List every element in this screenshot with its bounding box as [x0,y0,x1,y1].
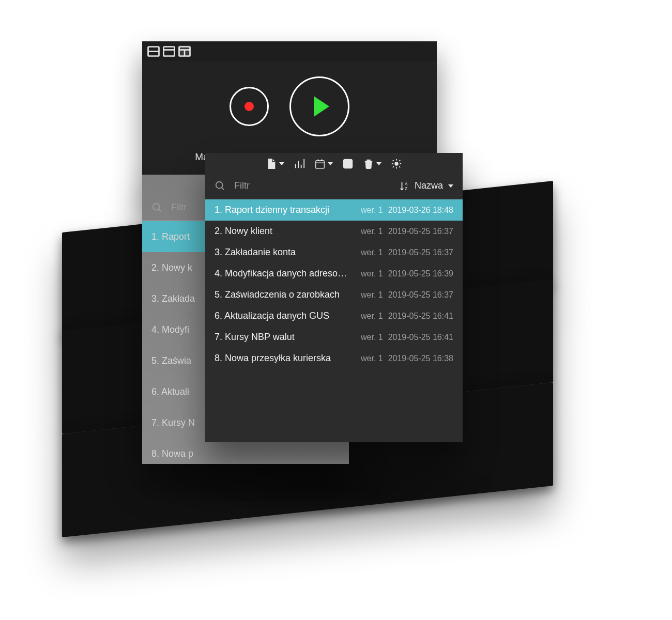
macro-row-date: 2019-03-26 18:48 [388,206,453,215]
macro-row-date: 2019-05-25 16:37 [388,248,453,257]
view-mode-grid[interactable] [178,45,191,57]
macro-list: 1. Raport dzienny transakcjiwer. 12019-0… [205,199,463,369]
macro-row-version: wer. 1 [361,312,383,321]
macro-row[interactable]: 8. Nowa przesyłka kurierskawer. 12019-05… [205,348,463,369]
calendar-icon [314,158,326,169]
svg-line-20 [222,187,224,190]
chart-button[interactable] [294,158,305,169]
svg-text:Z: Z [405,187,407,191]
macro-row-date: 2019-05-25 16:41 [388,312,453,321]
svg-point-19 [216,181,223,188]
macro-row-version: wer. 1 [361,290,383,300]
chevron-down-icon [376,162,381,165]
file-icon [266,158,277,169]
chevron-down-icon [448,184,453,188]
macro-row-name: 6. Aktualizacja danych GUS [215,311,356,321]
macro-row-version: wer. 1 [361,206,383,215]
macro-row[interactable]: 6. Aktualizacja danych GUSwer. 12019-05-… [205,305,463,327]
sort-alpha-icon: A Z [399,180,410,192]
svg-line-8 [159,209,161,211]
macro-row-name: 1. Raport dzienny transakcji [215,205,356,215]
macro-row[interactable]: 2. Nowy klientwer. 12019-05-25 16:37 [205,221,463,242]
macro-toolbar [205,153,463,175]
macro-row-version: wer. 1 [361,269,383,278]
view-mode-split[interactable] [163,45,175,57]
macro-row-name: 4. Modyfikacja danych adreso… [215,268,356,279]
trash-icon [363,158,374,169]
macro-list-panel: A Z Nazwa 1. Raport dzienny transakcjiwe… [205,153,463,442]
macro-row-version: wer. 1 [361,227,383,236]
chevron-down-icon [279,162,284,165]
macro-row-name: 8. Nowa p [151,448,340,459]
edit-button[interactable] [342,158,354,169]
record-button[interactable] [230,87,269,126]
macro-row-version: wer. 1 [361,333,383,342]
macro-row[interactable]: 1. Raport dzienny transakcjiwer. 12019-0… [205,199,463,221]
macro-row-name: 3. Zakładanie konta [215,247,356,258]
search-icon [215,180,226,192]
settings-button[interactable] [391,158,402,169]
macro-row-date: 2019-05-25 16:39 [388,269,453,278]
svg-rect-2 [164,47,175,56]
macro-row: 8. Nowa p [142,438,349,469]
macro-row-name: 7. Kursy NBP walut [215,332,356,343]
macro-row[interactable]: 4. Modyfikacja danych adreso…wer. 12019-… [205,263,463,284]
svg-text:A: A [405,182,408,187]
macro-row-name: 5. Zaświadczenia o zarobkach [215,289,356,300]
filter-input[interactable] [233,180,392,192]
play-button[interactable] [289,76,349,136]
delete-button[interactable] [363,158,381,169]
sort-picker[interactable]: A Z Nazwa [399,180,453,192]
sort-label: Nazwa [415,180,443,191]
play-icon [314,96,329,117]
new-file-button[interactable] [266,158,284,169]
macro-row-name: 2. Nowy klient [215,226,356,237]
macro-row[interactable]: 5. Zaświadczenia o zarobkachwer. 12019-0… [205,284,463,305]
macro-row-date: 2019-05-25 16:41 [388,333,453,342]
schedule-button[interactable] [314,158,333,169]
macro-row-date: 2019-05-25 16:38 [388,354,453,363]
edit-icon [342,158,354,169]
player-view-tabs [142,41,437,61]
gear-icon [391,158,402,169]
macro-row-version: wer. 1 [361,354,383,363]
svg-rect-13 [316,161,325,169]
macro-row[interactable]: 7. Kursy NBP walutwer. 12019-05-25 16:41 [205,327,463,348]
macro-row[interactable]: 3. Zakładanie kontawer. 12019-05-25 16:3… [205,242,463,263]
svg-point-7 [153,203,160,210]
macro-row-name: 8. Nowa przesyłka kurierska [215,353,356,364]
macro-row-version: wer. 1 [361,248,383,257]
chevron-down-icon [328,162,333,165]
search-icon [151,202,163,213]
record-icon [245,102,254,111]
bar-chart-icon [294,158,305,169]
macro-row-date: 2019-05-25 16:37 [388,227,453,236]
view-mode-compact[interactable] [147,45,160,57]
svg-point-18 [395,162,398,165]
macro-row-date: 2019-05-25 16:37 [388,290,453,300]
